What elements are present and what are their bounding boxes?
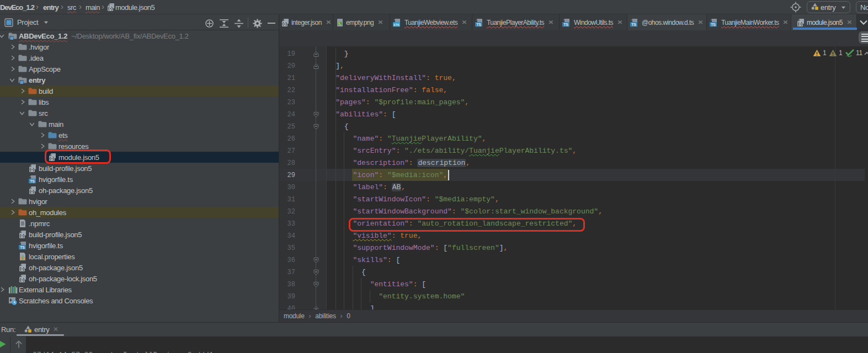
svg-text:TS: TS	[631, 22, 636, 26]
svg-text:TS: TS	[711, 22, 716, 26]
svg-text:TS: TS	[563, 22, 568, 26]
svg-text:ETS: ETS	[394, 23, 400, 26]
svg-text:TS: TS	[20, 245, 25, 249]
svg-text:TS: TS	[476, 22, 481, 26]
svg-text:TS: TS	[30, 179, 35, 183]
